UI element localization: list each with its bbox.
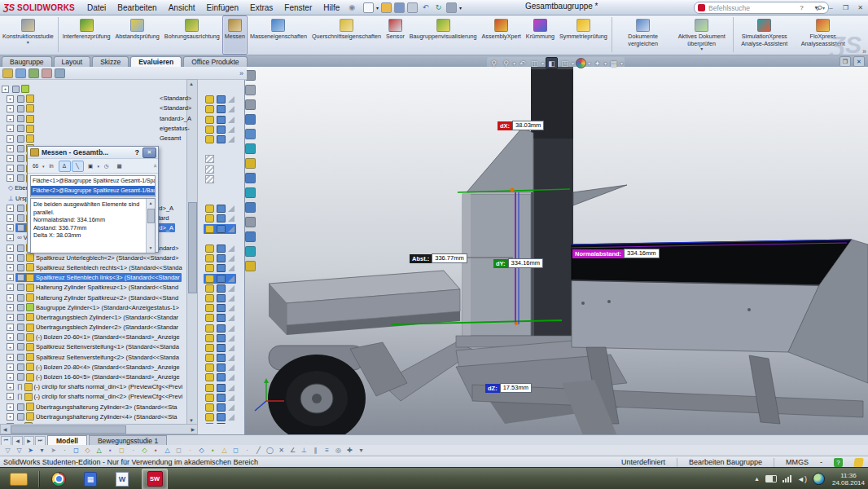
display-mode-icon[interactable]	[217, 116, 226, 124]
tab-skizze[interactable]: Skizze	[92, 56, 129, 67]
volume-icon[interactable]: ◄)	[797, 475, 807, 483]
filter-toolbar-icon[interactable]: ◇	[83, 446, 92, 455]
display-mode-icon[interactable]	[217, 126, 226, 134]
display-mode-icon[interactable]	[217, 363, 226, 372]
tree-row[interactable]: +Spaltkreuz Seitenversteifung<1> (Standa…	[0, 342, 244, 352]
scrollbar-thumb[interactable]	[188, 202, 197, 293]
filter-toolbar-icon[interactable]: ▪	[151, 446, 160, 455]
new-document-button[interactable]	[363, 2, 374, 13]
expand-icon[interactable]: +	[7, 125, 14, 132]
hidden-state-icon[interactable]	[205, 165, 214, 174]
eye-icon[interactable]	[205, 413, 214, 421]
tool-symmetrieprüfung[interactable]: Symmetrieprüfung	[557, 15, 610, 55]
tab-nav-button[interactable]: ◀	[12, 436, 23, 446]
expand-icon[interactable]: +	[7, 105, 14, 112]
expand-icon[interactable]: +	[7, 354, 14, 361]
filter-toolbar-icon[interactable]: ◯	[265, 446, 274, 455]
tree-row[interactable]: +Übertragungsblech Zylinder<2> (Standard…	[0, 323, 244, 333]
tree-row[interactable]: +Baugruppe Zylinder<1> (Standard<Anzeige…	[0, 302, 244, 312]
filter-toolbar-icon[interactable]: ▽	[15, 446, 24, 455]
model-hopper-body[interactable]	[572, 280, 819, 352]
tree-row[interactable]: +Spaltkreuz Seitenversteifung<2> (Standa…	[0, 352, 244, 362]
expand-icon[interactable]: +	[7, 274, 14, 281]
filter-toolbar-icon[interactable]: ➤	[26, 446, 35, 455]
eye-icon[interactable]	[205, 205, 214, 213]
menu-item-fenster[interactable]: Fenster	[278, 3, 318, 12]
chevron-down-icon[interactable]: ▾	[98, 164, 100, 169]
eye-icon[interactable]	[205, 344, 214, 352]
menu-item-datei[interactable]: Datei	[81, 3, 112, 12]
tool-abstandsprüfung[interactable]: Abstandsprüfung	[112, 15, 161, 55]
tree-row[interactable]: +	[0, 104, 244, 113]
display-pane-icon[interactable]	[245, 114, 256, 125]
expand-icon[interactable]: +	[2, 86, 9, 93]
taskbar-app-explorer[interactable]	[7, 469, 31, 489]
display-mode-icon[interactable]	[217, 394, 226, 402]
filter-toolbar-icon[interactable]: ≡	[322, 446, 331, 455]
configurationmanager-tab-icon[interactable]	[28, 68, 39, 78]
eye-icon[interactable]	[205, 225, 214, 233]
open-button[interactable]	[381, 2, 392, 13]
display-mode-icon[interactable]	[217, 314, 226, 322]
display-mode-icon[interactable]	[217, 244, 226, 253]
display-pane-icon[interactable]	[245, 158, 256, 169]
chevron-down-icon[interactable]: ▾	[572, 60, 574, 66]
eye-icon[interactable]	[205, 135, 214, 143]
display-mode-icon[interactable]	[217, 105, 226, 113]
tree-row[interactable]: +Spaltkreuz Seitenblech links<3> (Standa…	[0, 273, 244, 283]
display-pane-icon[interactable]	[245, 85, 256, 95]
eye-icon[interactable]	[205, 95, 214, 104]
save-button[interactable]	[394, 2, 405, 13]
close-icon[interactable]: ✕	[142, 148, 156, 158]
menu-item-hilfe[interactable]: Hilfe	[318, 3, 345, 12]
filter-toolbar-icon[interactable]: ·	[129, 446, 138, 455]
expand-icon[interactable]: +	[7, 333, 14, 341]
filter-toolbar-icon[interactable]: △	[220, 446, 229, 455]
expand-icon[interactable]: +	[7, 254, 14, 262]
tree-row[interactable]: +Halterung Zylinder Spaltkreuz<1> (Stand…	[0, 283, 244, 293]
expand-icon[interactable]: +	[7, 373, 14, 381]
chevron-down-icon[interactable]: ▾	[541, 60, 544, 66]
tool-assemblyxpert[interactable]: AssemblyXpert	[480, 15, 524, 55]
print-button[interactable]	[407, 2, 418, 13]
expand-icon[interactable]: +	[7, 264, 14, 271]
tool-dokumente-vergleichen[interactable]: Dokumente vergleichen	[614, 15, 673, 55]
eye-icon[interactable]	[205, 254, 214, 262]
eye-icon[interactable]	[205, 214, 214, 222]
filter-toolbar-icon[interactable]: ➤	[49, 446, 58, 455]
chevron-down-icon[interactable]: ▾	[376, 5, 379, 11]
filter-toolbar-icon[interactable]: ▾	[37, 446, 46, 455]
eye-icon[interactable]	[205, 304, 214, 312]
tool-masseneigenschaften[interactable]: Masseneigenschaften	[248, 15, 309, 55]
menu-item-ansicht[interactable]: Ansicht	[163, 3, 201, 12]
expand-icon[interactable]: +	[7, 393, 14, 400]
display-pane-icon[interactable]	[245, 187, 256, 198]
chevron-down-icon[interactable]: ▾	[459, 5, 462, 11]
hidden-state-icon[interactable]	[205, 175, 214, 183]
display-pane-icon[interactable]	[245, 246, 256, 257]
expand-icon[interactable]: +	[7, 413, 14, 421]
taskbar-app-word[interactable]: W	[110, 469, 134, 489]
dimxpert-tab-icon[interactable]	[42, 68, 52, 78]
expand-icon[interactable]: +	[7, 304, 14, 311]
scroll-right-icon[interactable]: ▶	[189, 426, 197, 432]
filter-toolbar-icon[interactable]: △	[163, 446, 172, 455]
filter-toolbar-icon[interactable]: △	[94, 446, 103, 455]
model-canvas[interactable]	[244, 67, 868, 434]
tool-krümmung[interactable]: Krümmung	[524, 15, 557, 55]
display-mode-icon[interactable]	[217, 354, 226, 362]
tree-row[interactable]: +(-) Bolzen 20-60<1> (Standard<<Standard…	[0, 333, 244, 342]
filter-toolbar-icon[interactable]: ◻	[174, 446, 183, 455]
tool-messen[interactable]: Messen	[222, 15, 248, 55]
eye-icon[interactable]	[205, 126, 214, 134]
taskbar-app-calculator[interactable]: ▦	[78, 469, 103, 489]
chevron-down-icon[interactable]: ▾	[620, 60, 623, 66]
display-mode-icon[interactable]	[217, 384, 226, 392]
chevron-down-icon[interactable]: ▾	[604, 60, 607, 66]
display-mode-icon[interactable]	[217, 264, 226, 272]
help-icon[interactable]: ?	[135, 148, 140, 156]
previous-view-icon[interactable]: ↶	[517, 58, 528, 68]
eye-icon[interactable]	[205, 324, 214, 333]
eye-icon[interactable]	[205, 363, 214, 372]
menu-item-bearbeiten[interactable]: Bearbeiten	[112, 3, 162, 12]
